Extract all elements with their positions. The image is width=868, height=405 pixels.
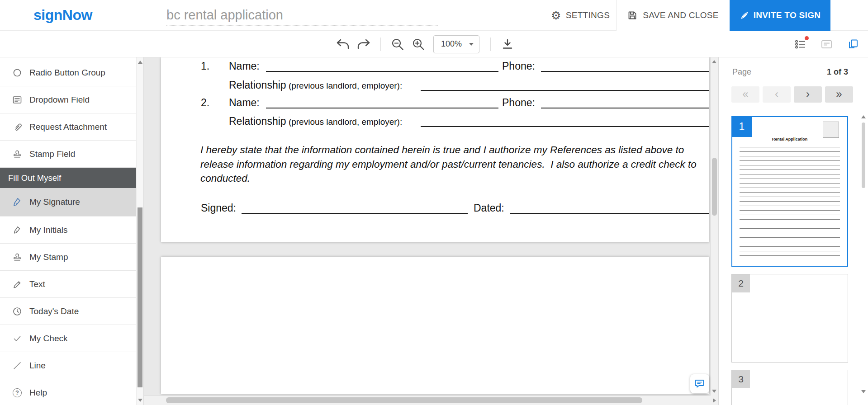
stamp-icon <box>12 252 23 263</box>
panel-card-icon <box>821 38 833 50</box>
reference2-phone-label: Phone: <box>502 96 535 109</box>
settings-button[interactable]: ⚙ SETTINGS <box>551 0 610 31</box>
signature-line <box>242 201 468 214</box>
save-icon <box>627 10 637 20</box>
thumbnails-scrollbar[interactable] <box>861 115 867 393</box>
zoom-in-button[interactable] <box>408 34 429 55</box>
mini-form-lines <box>740 147 840 259</box>
next-page-button[interactable]: › <box>794 86 822 103</box>
document-page-2[interactable] <box>161 257 709 394</box>
copy-pages-icon <box>847 38 859 50</box>
undo-button[interactable] <box>332 34 353 55</box>
sidebar-item-my-signature[interactable]: My Signature <box>0 188 137 217</box>
sidebar-item-label: My Initials <box>29 225 67 235</box>
reference1-number: 1. <box>201 59 209 73</box>
sidebar-item-line[interactable]: Line <box>0 352 137 379</box>
previous-page-button[interactable]: ‹ <box>763 86 791 103</box>
document-vertical-scrollbar[interactable] <box>710 57 718 396</box>
document-page-1[interactable]: 1. Name: Phone: Relationship (previous l… <box>161 57 709 242</box>
scroll-down-arrow[interactable] <box>861 390 866 393</box>
settings-label: SETTINGS <box>566 10 610 20</box>
invite-to-sign-label: INVITE TO SIGN <box>754 10 821 20</box>
line-icon <box>12 360 23 371</box>
sidebar-item-label: Stamp Field <box>29 149 75 159</box>
save-and-close-label: SAVE AND CLOSE <box>643 10 719 20</box>
document-canvas: 1. Name: Phone: Relationship (previous l… <box>144 57 718 405</box>
dated-label: Dated: <box>474 201 504 215</box>
duplicate-pages-button[interactable] <box>845 37 860 52</box>
chevron-down-icon <box>469 43 474 46</box>
toolbar-divider <box>380 38 381 51</box>
mini-signature-field <box>823 122 839 138</box>
undo-icon <box>336 39 350 50</box>
page-thumbnail-3[interactable]: 3 <box>731 370 848 405</box>
sidebar-item-label: Request Attachment <box>29 122 107 132</box>
vertical-scrollbar-thumb[interactable] <box>712 158 717 216</box>
scroll-up-arrow[interactable] <box>138 61 142 64</box>
sidebar-item-text[interactable]: Text <box>0 271 137 298</box>
feedback-chat-icon <box>694 378 706 390</box>
toolbar-right-group <box>792 31 860 57</box>
reference2-relationship: Relationship (previous landlord, employe… <box>229 114 402 128</box>
pages-header: Page 1 of 3 <box>732 67 848 77</box>
previous-page-icon: ‹ <box>775 89 778 99</box>
redo-button[interactable] <box>353 34 374 55</box>
pages-panel: Page 1 of 3 « ‹ › » 1 Rental Application… <box>718 57 868 405</box>
toolbar-divider <box>490 38 491 51</box>
scroll-up-arrow[interactable] <box>712 60 716 63</box>
header: signNow bc rental application ⚙ SETTINGS… <box>0 0 868 31</box>
zoom-level-value: 100% <box>434 39 469 49</box>
page-thumbnail-2[interactable]: 2 <box>731 274 848 363</box>
blank-line <box>266 59 498 72</box>
relationship-note: (previous landlord, employer): <box>289 81 402 90</box>
sidebar-item-label: Text <box>29 279 45 289</box>
scrollbar-corner <box>710 396 718 405</box>
sidebar-item-label: Help <box>29 388 47 398</box>
scroll-right-arrow[interactable] <box>713 398 716 403</box>
help-icon: ? <box>12 387 23 398</box>
sidebar-item-radio-button-group[interactable]: Radio Button Group <box>0 59 137 86</box>
quill-icon <box>740 11 749 20</box>
download-button[interactable] <box>497 34 518 55</box>
initials-nib-icon <box>12 225 23 235</box>
relationship-note: (previous landlord, employer): <box>289 117 402 127</box>
sidebar-scrollbar[interactable] <box>136 57 143 405</box>
document-title-input[interactable]: bc rental application <box>166 5 438 26</box>
sidebar-item-label: Line <box>29 361 46 371</box>
zoom-out-icon <box>391 38 404 51</box>
scroll-down-arrow[interactable] <box>712 390 716 393</box>
document-horizontal-scrollbar[interactable] <box>144 396 710 405</box>
next-page-icon: › <box>806 89 810 99</box>
sidebar-item-request-attachment[interactable]: Request Attachment <box>0 113 137 141</box>
sidebar-item-my-initials[interactable]: My Initials <box>0 217 137 244</box>
zoom-out-button[interactable] <box>387 34 408 55</box>
save-and-close-button[interactable]: SAVE AND CLOSE <box>616 0 730 31</box>
scroll-up-arrow[interactable] <box>861 115 866 118</box>
sidebar-item-help[interactable]: ? Help <box>0 379 137 405</box>
radio-icon <box>12 67 23 78</box>
thumbnails-scrollbar-thumb[interactable] <box>862 122 865 188</box>
field-properties-button[interactable] <box>819 37 834 52</box>
last-page-button[interactable]: » <box>825 86 853 103</box>
redo-icon <box>357 39 370 50</box>
first-page-icon: « <box>742 89 748 99</box>
sidebar-item-stamp-field[interactable]: Stamp Field <box>0 141 137 168</box>
sidebar-item-todays-date[interactable]: Today's Date <box>0 298 137 325</box>
invite-to-sign-button[interactable]: INVITE TO SIGN <box>730 0 830 31</box>
scroll-down-arrow[interactable] <box>138 399 142 402</box>
document-toolbar: 100% <box>0 31 868 57</box>
blank-line <box>266 96 498 108</box>
sidebar-scrollbar-thumb[interactable] <box>138 207 142 387</box>
sidebar-item-dropdown-field[interactable]: Dropdown Field <box>0 86 137 113</box>
fields-panel-button[interactable] <box>792 37 808 52</box>
signnow-logo[interactable]: signNow <box>33 7 92 24</box>
page-thumbnail-1[interactable]: 1 Rental Application <box>731 116 848 267</box>
horizontal-scrollbar-thumb[interactable] <box>166 397 642 403</box>
zoom-level-select[interactable]: 100% <box>433 35 479 53</box>
sidebar-item-my-check[interactable]: My Check <box>0 325 137 352</box>
fields-list: Radio Button Group Dropdown Field <box>0 59 137 405</box>
main-area: Radio Button Group Dropdown Field <box>0 57 868 405</box>
first-page-button[interactable]: « <box>731 86 759 103</box>
feedback-chat-button[interactable] <box>690 374 709 393</box>
sidebar-item-my-stamp[interactable]: My Stamp <box>0 244 137 271</box>
